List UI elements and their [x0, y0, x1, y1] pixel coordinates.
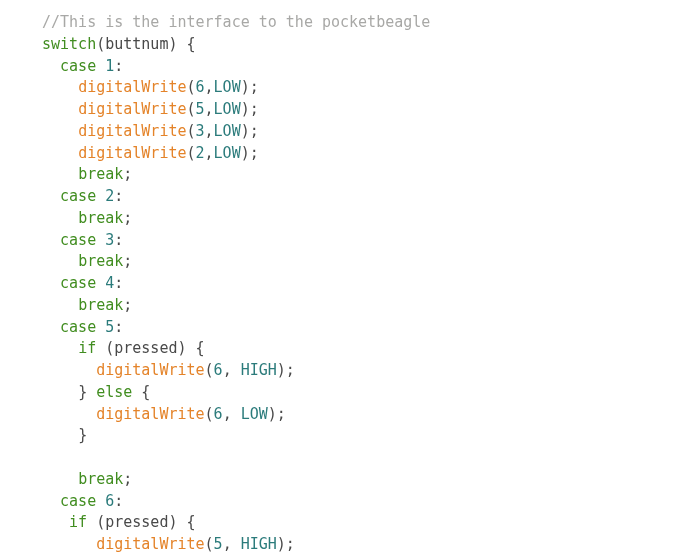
fn-digitalWrite: digitalWrite [96, 405, 204, 423]
kw-case: case [60, 187, 96, 205]
kw-break: break [78, 296, 123, 314]
fn-digitalWrite: digitalWrite [78, 78, 186, 96]
kw-break: break [78, 209, 123, 227]
kw-case: case [60, 231, 96, 249]
fn-digitalWrite: digitalWrite [96, 361, 204, 379]
num-literal: 1 [105, 57, 114, 75]
fn-digitalWrite: digitalWrite [96, 535, 204, 553]
kw-case: case [60, 318, 96, 336]
const-high: HIGH [241, 361, 277, 379]
id-buttnum: buttnum [105, 35, 168, 53]
kw-if: if [69, 513, 87, 531]
kw-break: break [78, 165, 123, 183]
kw-case: case [60, 57, 96, 75]
num-literal: 5 [196, 100, 205, 118]
num-literal: 6 [214, 361, 223, 379]
num-literal: 3 [105, 231, 114, 249]
num-literal: 3 [196, 122, 205, 140]
kw-switch: switch [42, 35, 96, 53]
const-high: HIGH [241, 535, 277, 553]
id-pressed: pressed [114, 339, 177, 357]
code-block: //This is the interface to the pocketbea… [0, 0, 677, 555]
kw-break: break [78, 252, 123, 270]
const-low: LOW [241, 405, 268, 423]
const-low: LOW [214, 78, 241, 96]
kw-case: case [60, 274, 96, 292]
num-literal: 2 [196, 144, 205, 162]
num-literal: 4 [105, 274, 114, 292]
const-low: LOW [214, 100, 241, 118]
const-low: LOW [214, 144, 241, 162]
num-literal: 5 [214, 535, 223, 553]
comment-line: //This is the interface to the pocketbea… [42, 13, 430, 31]
kw-if: if [78, 339, 96, 357]
fn-digitalWrite: digitalWrite [78, 100, 186, 118]
kw-else: else [96, 383, 132, 401]
kw-break: break [78, 470, 123, 488]
num-literal: 6 [105, 492, 114, 510]
fn-digitalWrite: digitalWrite [78, 122, 186, 140]
kw-case: case [60, 492, 96, 510]
num-literal: 6 [214, 405, 223, 423]
const-low: LOW [214, 122, 241, 140]
id-pressed: pressed [105, 513, 168, 531]
num-literal: 6 [196, 78, 205, 96]
num-literal: 2 [105, 187, 114, 205]
fn-digitalWrite: digitalWrite [78, 144, 186, 162]
num-literal: 5 [105, 318, 114, 336]
